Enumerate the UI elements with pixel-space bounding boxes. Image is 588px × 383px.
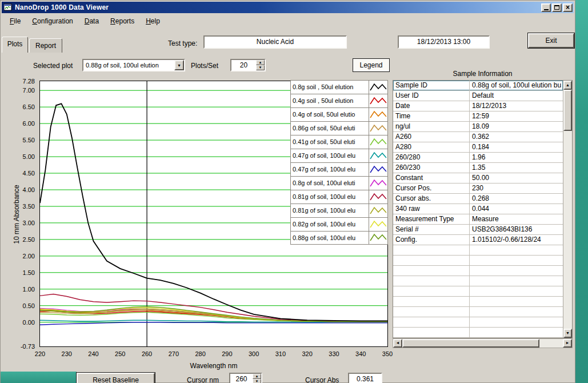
- sample-info-value: [470, 317, 563, 327]
- plots-set-stepper[interactable]: 20 ▲ ▼: [230, 59, 266, 71]
- minimize-button[interactable]: [541, 3, 551, 12]
- legend-item-label: 0.8g soil , 50ul elution: [290, 80, 369, 94]
- x-axis-ticks: 2202302402502602702802903003103203303403…: [40, 350, 387, 358]
- sample-info-row[interactable]: Cursor abs.0.268: [393, 194, 563, 204]
- legend-item: 0.47g of soil, 100ul elu: [290, 149, 388, 162]
- plots-set-label: Plots/Set: [191, 62, 218, 70]
- x-tick-label: 340: [349, 350, 372, 357]
- horizontal-scroll-thumb[interactable]: [402, 339, 539, 348]
- sample-info-row[interactable]: Sample ID0.88g of soil, 100ul elution bu: [393, 81, 563, 91]
- menu-item-data[interactable]: Data: [79, 15, 105, 27]
- sample-info-row[interactable]: Constant50.00: [393, 173, 563, 183]
- menu-item-configuration[interactable]: Configuration: [26, 15, 78, 27]
- sample-info-value: 0.044: [470, 204, 563, 214]
- reset-baseline-button[interactable]: Reset Baseline: [77, 373, 155, 383]
- x-tick-label: 290: [215, 350, 238, 357]
- spin-up-icon[interactable]: ▲: [253, 374, 261, 379]
- sample-info-row[interactable]: User IDDefault: [393, 91, 563, 101]
- sample-info-row[interactable]: A2800.184: [393, 142, 563, 153]
- minimize-icon: [544, 9, 549, 10]
- legend-item: 0.82g of soil, 100ul elu: [290, 217, 388, 231]
- legend-button[interactable]: Legend: [353, 58, 390, 72]
- sample-info-row[interactable]: [393, 256, 563, 266]
- sample-info-row[interactable]: [393, 307, 563, 317]
- legend-list: 0.8g soil , 50ul elution0.4g soil , 50ul…: [290, 80, 388, 245]
- sample-info-key: 260/280: [393, 153, 470, 162]
- sample-info-row[interactable]: Measurement TypeMeasure: [393, 214, 563, 225]
- plots-set-value: 20: [231, 60, 256, 70]
- y-tick-label: 0.50: [11, 302, 35, 309]
- menu-item-file[interactable]: File: [4, 15, 26, 27]
- test-type-field[interactable]: Nucleic Acid: [203, 35, 347, 49]
- sample-info-row[interactable]: Date18/12/2013: [393, 101, 563, 111]
- menu-item-reports[interactable]: Reports: [105, 15, 140, 27]
- sample-info-key: [393, 317, 470, 327]
- dropdown-arrow-icon[interactable]: ▼: [174, 60, 184, 70]
- title-bar[interactable]: NanoDrop 1000 Data Viewer ×: [2, 2, 574, 13]
- sample-info-key: Cursor abs.: [393, 194, 470, 204]
- spin-down-icon[interactable]: ▼: [253, 379, 261, 383]
- sample-info-row[interactable]: [393, 266, 563, 276]
- sample-info-row[interactable]: ng/ul18.09: [393, 122, 563, 132]
- selected-plot-label: Selected plot: [33, 62, 73, 70]
- spin-up-icon[interactable]: ▲: [256, 60, 265, 65]
- sample-info-row[interactable]: [393, 317, 563, 328]
- sample-info-key: [393, 286, 470, 296]
- maximize-icon: [554, 5, 559, 10]
- tab-report[interactable]: Report: [29, 38, 62, 53]
- sample-info-row[interactable]: 340 raw0.044: [393, 204, 563, 214]
- sample-info-key: Time: [393, 111, 470, 121]
- sample-info-row[interactable]: [393, 276, 563, 286]
- sample-info-row[interactable]: Serial #USB2G38643BI136: [393, 225, 563, 235]
- sample-info-row[interactable]: [393, 328, 563, 338]
- scroll-right-icon[interactable]: ►: [563, 339, 572, 348]
- x-tick-label: 260: [135, 350, 158, 357]
- sample-info-value: 230: [470, 183, 563, 193]
- sample-info-row[interactable]: 260/2301.35: [393, 163, 563, 173]
- vertical-scroll-thumb[interactable]: [563, 90, 572, 131]
- vertical-scroll-track[interactable]: [563, 131, 572, 329]
- datetime-field[interactable]: 18/12/2013 13:00: [398, 35, 490, 49]
- legend-line-swatch: [369, 204, 388, 217]
- legend-item-label: 0.86g of soil, 50ul eluti: [290, 121, 369, 135]
- menu-item-help[interactable]: Help: [140, 15, 166, 27]
- desktop-background: [1, 372, 77, 383]
- sample-info-row[interactable]: [393, 297, 563, 307]
- scroll-left-icon[interactable]: ◄: [393, 339, 402, 348]
- y-tick-label: 4.50: [11, 170, 35, 177]
- scroll-down-icon[interactable]: ▼: [563, 329, 572, 338]
- legend-item: 0.4g soil , 50ul elution: [290, 94, 388, 107]
- sample-info-row[interactable]: Cursor Pos.230: [393, 183, 563, 194]
- sample-info-value: [470, 328, 563, 337]
- close-button[interactable]: ×: [563, 3, 573, 12]
- y-tick-label: 7.00: [11, 87, 35, 94]
- horizontal-scroll-track[interactable]: [539, 339, 563, 348]
- close-icon: ×: [566, 5, 570, 10]
- scroll-up-icon[interactable]: ▲: [563, 81, 572, 90]
- app-window: NanoDrop 1000 Data Viewer × FileConfigur…: [0, 0, 575, 383]
- maximize-button[interactable]: [552, 3, 562, 12]
- sample-info-row[interactable]: Time12:59: [393, 111, 563, 122]
- sample-info-row[interactable]: 260/2801.96: [393, 153, 563, 163]
- legend-line-swatch: [369, 217, 388, 231]
- legend-line-swatch: [369, 135, 388, 149]
- tab-plots[interactable]: Plots: [2, 37, 28, 53]
- cursor-abs-label: Cursor Abs: [305, 376, 339, 383]
- sample-info-row[interactable]: A2600.362: [393, 132, 563, 142]
- sample-info-vertical-scrollbar[interactable]: ▲ ▼: [563, 81, 572, 338]
- spin-down-icon[interactable]: ▼: [256, 65, 265, 70]
- sample-info-value: [470, 266, 563, 276]
- cursor-nm-stepper[interactable]: 260 ▲ ▼: [229, 373, 262, 383]
- exit-button[interactable]: Exit: [528, 33, 574, 48]
- sample-info-horizontal-scrollbar[interactable]: ◄ ►: [393, 338, 573, 348]
- legend-line-swatch: [369, 149, 388, 162]
- legend-item-label: 0.88g of soil, 100ul elu: [290, 231, 369, 245]
- y-tick-label: 1.00: [11, 286, 35, 293]
- selected-plot-dropdown[interactable]: 0.88g of soil, 100ul elution ▼: [82, 59, 185, 71]
- selected-plot-value: 0.88g of soil, 100ul elution: [83, 60, 174, 70]
- sample-info-key: Sample ID: [393, 81, 470, 90]
- sample-info-row[interactable]: Config.1.015102/-0.66/128/24: [393, 235, 563, 245]
- sample-info-row[interactable]: [393, 245, 563, 256]
- sample-info-row[interactable]: [393, 286, 563, 297]
- x-tick-label: 300: [242, 350, 265, 357]
